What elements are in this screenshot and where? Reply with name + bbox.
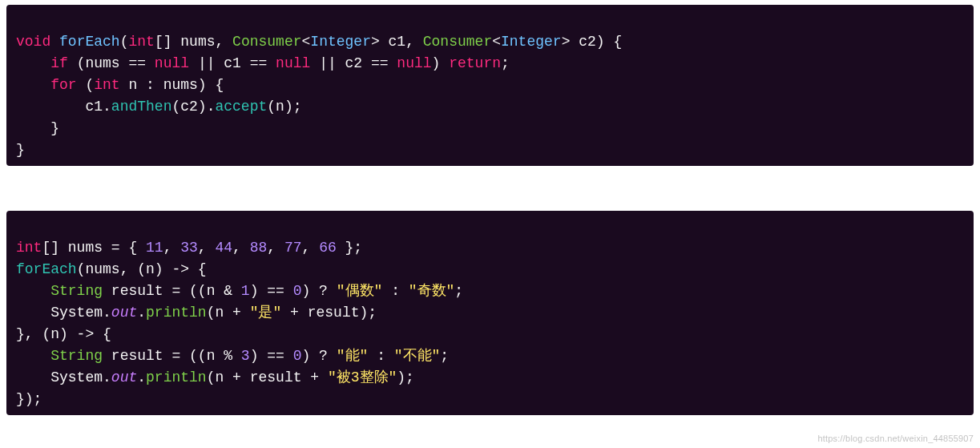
indent bbox=[16, 55, 50, 71]
type-string: String bbox=[50, 348, 103, 364]
call-foreach: forEach bbox=[16, 261, 77, 277]
expr: result = ((n & bbox=[103, 283, 241, 299]
param: > c1, bbox=[371, 34, 423, 50]
string-bei3: "被3整除" bbox=[328, 369, 397, 385]
num: 88 bbox=[250, 240, 268, 256]
angle-open: < bbox=[302, 34, 311, 50]
expr: ) == bbox=[250, 348, 293, 364]
method-andthen: andThen bbox=[111, 99, 172, 115]
type-int: int bbox=[16, 240, 42, 256]
keyword-return: return bbox=[449, 55, 501, 71]
type-integer: Integer bbox=[501, 34, 562, 50]
paren-close: ) bbox=[432, 55, 450, 71]
block-gap bbox=[0, 174, 980, 206]
colon: : bbox=[382, 283, 408, 299]
field-out: out bbox=[111, 305, 137, 321]
dot: . bbox=[137, 369, 146, 385]
dot: . bbox=[137, 305, 146, 321]
lambda-sep: }, (n) -> { bbox=[16, 326, 111, 342]
indent bbox=[16, 77, 50, 93]
keyword-for: for bbox=[50, 77, 76, 93]
comma: , bbox=[232, 240, 250, 256]
loop-var: n : nums) { bbox=[120, 77, 224, 93]
code-line: }, (n) -> { bbox=[16, 326, 111, 342]
decl: [] nums = { bbox=[42, 240, 146, 256]
string-neng: "能" bbox=[337, 348, 369, 364]
args-close: + result); bbox=[281, 305, 377, 321]
type-string: String bbox=[50, 283, 103, 299]
semi: ; bbox=[501, 55, 510, 71]
num: 66 bbox=[319, 240, 337, 256]
code-line: String result = ((n & 1) == 0) ? "偶数" : … bbox=[16, 283, 463, 299]
args: (c2). bbox=[171, 99, 215, 115]
expr: ) == bbox=[250, 283, 293, 299]
code-line: forEach(nums, (n) -> { bbox=[16, 261, 207, 277]
angle-open: < bbox=[492, 34, 501, 50]
expr: ) ? bbox=[302, 283, 337, 299]
code-line: for (int n : nums) { bbox=[16, 77, 224, 93]
brace-close: } bbox=[16, 142, 25, 158]
paren-open: ( bbox=[77, 77, 95, 93]
args: (n); bbox=[267, 99, 301, 115]
brace-close: } bbox=[16, 120, 59, 136]
expr: (nums == bbox=[68, 55, 155, 71]
code-line: } bbox=[16, 142, 25, 158]
num: 0 bbox=[293, 348, 302, 364]
num: 0 bbox=[293, 283, 302, 299]
code-block-2: int[] nums = { 11, 33, 44, 88, 77, 66 };… bbox=[6, 211, 974, 415]
string-shi: "是" bbox=[250, 305, 282, 321]
type-int: int bbox=[94, 77, 119, 93]
code-line: }); bbox=[16, 391, 42, 407]
comma: , bbox=[198, 240, 216, 256]
field-out: out bbox=[111, 369, 137, 385]
colon: : bbox=[368, 348, 393, 364]
type-integer: Integer bbox=[310, 34, 371, 50]
string-odd: "奇数" bbox=[409, 283, 455, 299]
num: 3 bbox=[241, 348, 250, 364]
keyword-null: null bbox=[155, 55, 189, 71]
type-consumer: Consumer bbox=[232, 34, 301, 50]
comma: , bbox=[267, 240, 284, 256]
call-target: c1. bbox=[16, 99, 111, 115]
num: 44 bbox=[215, 240, 232, 256]
args-close: ); bbox=[397, 369, 414, 385]
semi: ; bbox=[440, 348, 449, 364]
indent bbox=[16, 283, 50, 299]
code-line: if (nums == null || c1 == null || c2 == … bbox=[16, 55, 510, 71]
indent bbox=[16, 348, 50, 364]
expr: ) ? bbox=[302, 348, 337, 364]
num: 11 bbox=[146, 240, 163, 256]
param: [] nums, bbox=[155, 34, 232, 50]
code-line: int[] nums = { 11, 33, 44, 88, 77, 66 }; bbox=[16, 240, 362, 256]
space bbox=[50, 34, 59, 50]
method-println: println bbox=[146, 305, 207, 321]
method-accept: accept bbox=[215, 99, 267, 115]
code-line: System.out.println(n + result + "被3整除"); bbox=[16, 369, 414, 385]
type-int: int bbox=[128, 34, 154, 50]
semi: ; bbox=[454, 283, 463, 299]
param-close: > c2) { bbox=[562, 34, 623, 50]
code-line: System.out.println(n + "是" + result); bbox=[16, 305, 377, 321]
keyword-if: if bbox=[50, 55, 68, 71]
code-line: c1.andThen(c2).accept(n); bbox=[16, 99, 302, 115]
method-println: println bbox=[146, 369, 207, 385]
expr: result = ((n % bbox=[103, 348, 241, 364]
expr: || c2 == bbox=[310, 55, 397, 71]
code-line: void forEach(int[] nums, Consumer<Intege… bbox=[16, 34, 622, 50]
args: (n + result + bbox=[207, 369, 328, 385]
num: 1 bbox=[241, 283, 250, 299]
code-block-1: void forEach(int[] nums, Consumer<Intege… bbox=[6, 5, 974, 166]
comma: , bbox=[163, 240, 181, 256]
method-name: forEach bbox=[59, 34, 120, 50]
num: 77 bbox=[284, 240, 302, 256]
close-call: }); bbox=[16, 391, 42, 407]
keyword-null: null bbox=[397, 55, 431, 71]
keyword-null: null bbox=[276, 55, 310, 71]
num: 33 bbox=[180, 240, 198, 256]
code-line: String result = ((n % 3) == 0) ? "能" : "… bbox=[16, 348, 449, 364]
paren-open: ( bbox=[120, 34, 129, 50]
system: System. bbox=[16, 305, 111, 321]
args: (n + bbox=[207, 305, 250, 321]
string-even: "偶数" bbox=[337, 283, 383, 299]
type-consumer: Consumer bbox=[423, 34, 492, 50]
